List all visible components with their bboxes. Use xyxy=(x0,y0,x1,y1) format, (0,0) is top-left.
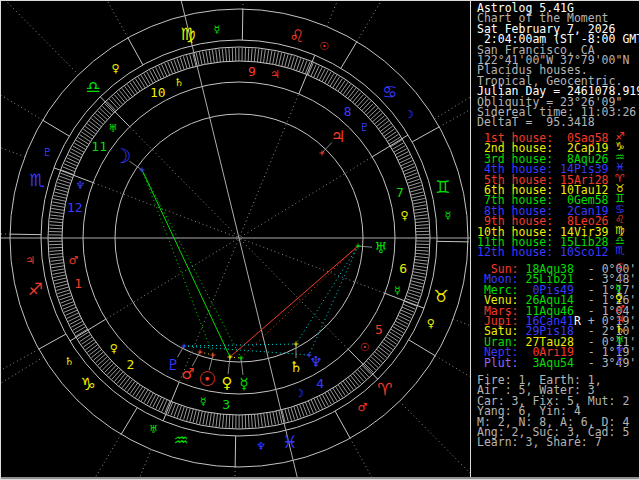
sign-boundary xyxy=(409,340,436,356)
house-number: 9 xyxy=(248,64,256,79)
sign-boundary xyxy=(43,120,70,136)
uranus-icon: ♅ xyxy=(374,239,387,257)
sign-boundary xyxy=(121,408,137,435)
sign-boundary xyxy=(437,241,468,242)
house-number: 8 xyxy=(344,104,352,119)
house-ruler-icon: ☽ xyxy=(294,387,304,400)
sign-boundary-ext xyxy=(0,231,10,234)
house-cusp-list: 1st house: 0Sag58♐ 2nd house: 2Cap19♑ 3r… xyxy=(477,133,638,258)
sign-boundary xyxy=(39,334,66,349)
house-ruler-icon: ♅ xyxy=(108,122,118,135)
sign-boundary-ext xyxy=(33,434,121,478)
house-cusp-ext xyxy=(0,96,25,157)
house-ruler-icon: ♃ xyxy=(270,68,280,81)
leo-sign-icon: ♌ xyxy=(289,26,304,46)
aspect-line xyxy=(230,246,358,357)
sign-boundary xyxy=(341,42,357,69)
cancer-sign-icon: ♋ xyxy=(382,82,397,102)
house-number: 1 xyxy=(74,276,82,291)
aries-ruler-icon: ♂ xyxy=(358,401,368,414)
element-tally-list: Fire: 1, Earth: 1,Air : 5, Water: 3Car: … xyxy=(477,375,638,448)
house-ruler-icon: ☿ xyxy=(394,284,401,297)
sagittarius-ruler-icon: ♃ xyxy=(25,254,35,267)
sign-boundary-ext xyxy=(435,356,470,444)
house-number: 6 xyxy=(399,261,407,276)
aspect-line xyxy=(142,170,241,358)
house-cusp-ext xyxy=(453,319,470,380)
capricorn-sign-icon: ♑ xyxy=(80,374,95,394)
venus-icon: ♀ xyxy=(222,374,233,392)
aquarius-ruler-icon: ♅ xyxy=(149,423,159,436)
sign-boundary-ext xyxy=(357,0,445,42)
astrolog-window: ♈♂♉♀♊☿♋☽♌☉♍☿♎♀♏♇♐♃♑♄♒♅♓♆1♂2♀3☿4☽5☉6☿7♀8♇… xyxy=(0,0,640,480)
house-number: 2 xyxy=(126,357,134,372)
sign-boundary-ext xyxy=(350,438,433,478)
sign-boundary-ext xyxy=(243,0,246,9)
taurus-sign-icon: ♉ xyxy=(433,286,448,306)
house-number: 7 xyxy=(396,185,404,200)
aries-sign-icon: ♈ xyxy=(377,379,392,399)
house-cusp-ext xyxy=(327,0,393,26)
house-number: 3 xyxy=(222,397,230,412)
capricorn-ruler-icon: ♄ xyxy=(64,355,74,368)
sign-icon: ♏ xyxy=(615,246,625,257)
pisces-sign-icon: ♓ xyxy=(282,432,297,452)
house-cusp-ext xyxy=(400,401,470,478)
taurus-ruler-icon: ♀ xyxy=(427,317,435,330)
house-cusp-line xyxy=(93,183,237,238)
scorpio-sign-icon: ♏ xyxy=(29,170,44,190)
sagittarius-sign-icon: ♐ xyxy=(28,279,43,299)
house-cusp-ring-segment xyxy=(54,168,93,183)
pluto-icon: ♇ xyxy=(166,356,179,374)
cancer-ruler-icon: ☽ xyxy=(404,108,414,121)
sign-boundary xyxy=(412,127,439,142)
house-cusp-ext xyxy=(0,357,43,446)
house-cusp-ext xyxy=(435,30,470,119)
house-ruler-icon: ♇ xyxy=(359,121,369,134)
planet-row: Plut: 3Aqu54 - 3°49'♇ xyxy=(477,358,638,368)
libra-ruler-icon: ♀ xyxy=(111,62,119,75)
aspect-line xyxy=(184,344,296,346)
planet-position-list: Sun: 18Aqu38 - 0°00'☉ Moon: 25Lib21 - 3°… xyxy=(477,264,638,368)
venus-pointer-line xyxy=(228,357,230,374)
house-number: 12 xyxy=(67,200,83,215)
sign-boundary-ext xyxy=(439,44,470,127)
house-number: 5 xyxy=(375,322,383,337)
header-line: DeltaT = 95.3418 xyxy=(477,117,638,127)
house-cusp-ext xyxy=(0,0,78,75)
house-cusp-line xyxy=(240,239,348,349)
virgo-ruler-icon: ☿ xyxy=(214,23,221,36)
house-number: 10 xyxy=(150,85,166,100)
jupiter-icon: ♃ xyxy=(331,127,345,146)
sign-boundary xyxy=(10,234,41,235)
sign-boundary xyxy=(242,9,243,40)
scorpio-ruler-icon: ♇ xyxy=(42,146,52,159)
house-ruler-icon: ♆ xyxy=(76,179,86,192)
house-cusp-line xyxy=(130,127,238,237)
libra-sign-icon: ♎ xyxy=(85,77,100,97)
aspect-line xyxy=(241,246,358,358)
leo-ruler-icon: ☉ xyxy=(319,40,329,53)
chart-wheel: ♈♂♉♀♊☿♋☽♌☉♍☿♎♀♏♇♐♃♑♄♒♅♓♆1♂2♀3☿4☽5☉6☿7♀8♇… xyxy=(0,0,470,478)
sun-icon: ☉ xyxy=(198,367,216,391)
mars-icon: ♂ xyxy=(181,365,194,383)
house-ruler-icon: ♄ xyxy=(174,76,184,89)
saturn-icon: ♄ xyxy=(289,358,302,376)
gemini-sign-icon: ♊ xyxy=(435,177,450,197)
house-cusp-ring-segment xyxy=(385,293,424,308)
gemini-ruler-icon: ☿ xyxy=(444,209,451,222)
house-number: 4 xyxy=(316,376,324,391)
tally-line: Learn: 3, Share: 7 xyxy=(477,437,638,447)
bottom-edge-bar xyxy=(1,477,639,479)
sign-boundary xyxy=(235,436,236,467)
house-cusp-ring-segment xyxy=(70,319,106,341)
house-ruler-icon: ☿ xyxy=(200,395,207,408)
house-number: 11 xyxy=(91,139,107,154)
house-ruler-icon: ♀ xyxy=(400,209,408,222)
neptune-icon: ♆ xyxy=(309,353,322,371)
house-row: 12th house: 10Sco12♏ xyxy=(477,247,638,257)
sign-boundary-ext xyxy=(0,349,39,432)
sign-boundary xyxy=(128,38,143,65)
panel-divider xyxy=(470,0,471,480)
mercury-pointer-line xyxy=(241,358,243,375)
